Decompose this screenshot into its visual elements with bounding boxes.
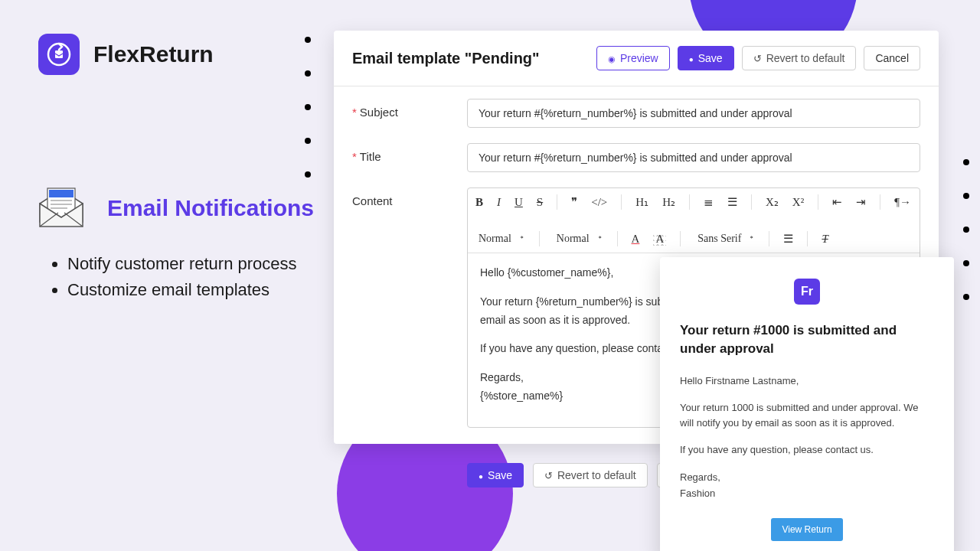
revert-button[interactable]: Revert to default [742, 46, 857, 70]
ordered-list-icon[interactable]: ≣ [704, 195, 714, 209]
title-row: *Title [352, 143, 920, 172]
revert-button-label: Revert to default [766, 52, 845, 64]
subject-label: *Subject [352, 99, 452, 119]
preview-title: Your return #1000 is submitted and under… [680, 321, 934, 358]
underline-icon[interactable]: U [514, 196, 523, 209]
size-select[interactable]: Normal [475, 231, 525, 246]
editor-toolbar: B I U S ❞ </> H₁ H₂ ≣ ☰ X₂ X² [468, 188, 920, 253]
brand-name: FlexReturn [93, 41, 214, 67]
editor-title: Email template "Pending" [352, 50, 540, 67]
list-item: Notify customer return process [67, 254, 297, 274]
footer-revert-button[interactable]: Revert to default [533, 463, 648, 487]
email-preview-card: Fr Your return #1000 is submitted and un… [660, 257, 954, 551]
section-header: Email Notifications [31, 178, 314, 239]
content-label: Content [352, 187, 452, 207]
eye-icon [608, 52, 616, 64]
check-icon [479, 469, 483, 481]
code-icon[interactable]: </> [591, 196, 607, 209]
save-button-label: Save [698, 52, 723, 64]
preview-line: Your return 1000 is submitted and under … [680, 400, 934, 430]
title-input[interactable] [467, 143, 920, 172]
direction-icon[interactable]: ¶→ [894, 196, 911, 209]
brand-logo-icon [38, 34, 80, 75]
h1-icon[interactable]: H₁ [635, 195, 648, 209]
quote-icon[interactable]: ❞ [571, 195, 577, 209]
subject-input[interactable] [467, 99, 920, 128]
bold-icon[interactable]: B [475, 196, 483, 209]
editor-header: Email template "Pending" Preview Save Re… [334, 31, 939, 86]
feature-bullet-list: Notify customer return process Customize… [54, 254, 297, 306]
list-item: Customize email templates [67, 280, 297, 300]
preview-line: Hello Firstname Lastname, [680, 373, 934, 389]
footer-save-button[interactable]: Save [467, 463, 524, 487]
cancel-button[interactable]: Cancel [864, 46, 920, 70]
indent-icon[interactable]: ⇥ [856, 195, 866, 209]
section-title: Email Notifications [107, 195, 314, 221]
decorative-dots-right [963, 159, 969, 328]
strike-icon[interactable]: S [537, 196, 543, 209]
subject-row: *Subject [352, 99, 920, 128]
title-label: *Title [352, 143, 452, 163]
preview-button[interactable]: Preview [596, 46, 670, 70]
preview-body: Hello Firstname Lastname, Your return 10… [680, 373, 934, 501]
text-color-icon[interactable]: A [632, 233, 640, 246]
view-return-button[interactable]: View Return [771, 518, 842, 541]
h2-icon[interactable]: H₂ [662, 195, 675, 209]
brand-header: FlexReturn [38, 34, 214, 75]
preview-line: Fashion [680, 486, 934, 501]
bg-color-icon[interactable]: A [653, 232, 666, 246]
svg-rect-3 [49, 190, 74, 197]
footer-revert-label: Revert to default [557, 469, 636, 481]
clear-format-icon[interactable]: T [822, 233, 828, 246]
cancel-button-label: Cancel [875, 52, 909, 64]
heading-select[interactable]: Normal [554, 231, 603, 246]
subscript-icon[interactable]: X₂ [766, 195, 779, 209]
save-button[interactable]: Save [678, 46, 734, 70]
italic-icon[interactable]: I [497, 196, 501, 209]
footer-save-label: Save [488, 469, 512, 481]
header-button-group: Preview Save Revert to default Cancel [596, 46, 920, 70]
unordered-list-icon[interactable]: ☰ [727, 195, 737, 209]
font-select[interactable]: Sans Serif [694, 231, 755, 246]
revert-icon [544, 469, 553, 481]
preview-logo-icon: Fr [794, 279, 820, 305]
align-icon[interactable]: ☰ [783, 232, 793, 246]
preview-button-label: Preview [620, 52, 658, 64]
preview-line: Regards, [680, 470, 934, 485]
outdent-icon[interactable]: ⇤ [832, 195, 842, 209]
revert-icon [753, 52, 762, 64]
envelope-icon [31, 178, 92, 239]
preview-line: If you have any question, please contact… [680, 442, 934, 458]
check-icon [689, 52, 694, 64]
superscript-icon[interactable]: X² [792, 196, 804, 209]
